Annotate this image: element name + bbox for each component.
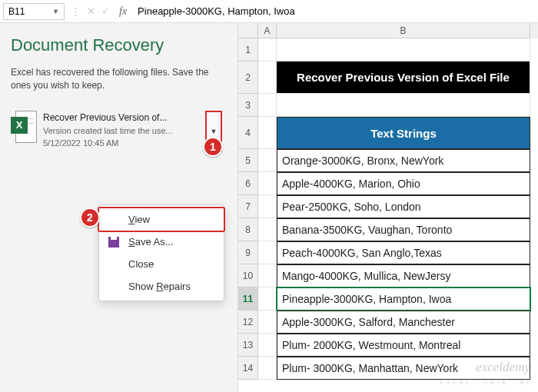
cell[interactable] [258, 311, 277, 334]
spreadsheet: A B 1 2 3 4 5 6 7 8 9 10 11 12 13 14 Rec… [238, 23, 538, 392]
recovery-title: Document Recovery [11, 35, 227, 55]
cell[interactable] [258, 61, 277, 94]
row-header[interactable]: 7 [238, 195, 258, 218]
row-header[interactable]: 13 [238, 334, 258, 357]
menu-item-show-repairs[interactable]: Show Repairs [99, 275, 224, 297]
row-header[interactable]: 6 [238, 172, 258, 195]
data-cell[interactable]: Apple-4000KG, Marion, Ohio [277, 172, 530, 195]
chevron-down-icon: ▼ [52, 8, 59, 15]
cell[interactable] [258, 38, 277, 61]
cell[interactable] [258, 172, 277, 195]
caret-down-icon: ▼ [211, 128, 218, 135]
row-header[interactable]: 1 [238, 38, 258, 61]
row-header[interactable]: 4 [238, 117, 258, 149]
row-header[interactable]: 2 [238, 61, 258, 94]
excel-file-icon: X [11, 111, 37, 143]
formula-bar: B11 ▼ ⋮ ✕ ✓ fx [0, 0, 538, 23]
cell[interactable] [258, 334, 277, 357]
cell[interactable] [258, 287, 277, 311]
file-version: Version created last time the use... [43, 125, 227, 138]
file-name: Recover Previous Version of... [43, 111, 227, 125]
save-icon [108, 237, 119, 247]
row-header[interactable]: 3 [238, 94, 258, 117]
menu-item-view[interactable]: View [98, 207, 225, 232]
formula-input[interactable] [133, 3, 538, 19]
file-context-menu: View Save As... Close Show Repairs [98, 204, 224, 301]
cell[interactable] [258, 357, 277, 380]
menu-item-close[interactable]: Close [99, 253, 224, 275]
row-header[interactable]: 10 [238, 264, 258, 287]
cell[interactable] [277, 94, 530, 117]
name-box-value: B11 [8, 6, 25, 17]
file-date: 5/12/2022 10:45 AM [43, 137, 227, 150]
data-cell[interactable]: Mango-4000KG, Mullica, NewJersy [277, 264, 530, 287]
row-header[interactable]: 8 [238, 218, 258, 241]
confirm-icon[interactable]: ✓ [98, 5, 113, 17]
cell[interactable] [277, 38, 530, 61]
data-cell[interactable]: Pear-2500KG, Soho, London [277, 195, 530, 218]
cell[interactable] [258, 195, 277, 218]
document-recovery-panel: Document Recovery Excel has recovered th… [0, 23, 238, 392]
watermark: exceldemy [476, 360, 530, 375]
data-cell[interactable]: Apple-3000KG, Salford, Manchester [277, 311, 530, 334]
data-cell[interactable]: Peach-4000KG, San Anglo,Texas [277, 241, 530, 264]
cancel-icon[interactable]: ✕ [84, 5, 98, 17]
menu-item-save-as[interactable]: Save As... [99, 231, 224, 253]
row-header[interactable]: 9 [238, 241, 258, 264]
select-all-corner[interactable] [238, 23, 258, 38]
callout-badge-2: 2 [80, 208, 100, 228]
data-cell[interactable]: Banana-3500KG, Vaughan, Toronto [277, 218, 530, 241]
grid: Recover Previous Version of Excel File T… [258, 38, 538, 392]
row-header[interactable]: 5 [238, 149, 258, 172]
divider: ⋮ [68, 5, 84, 17]
col-header-B[interactable]: B [277, 23, 530, 38]
cell[interactable] [258, 149, 277, 172]
cell[interactable] [258, 264, 277, 287]
recovery-description: Excel has recovered the following files.… [11, 66, 227, 92]
col-header-A[interactable]: A [258, 23, 277, 38]
column-headers: A B [258, 23, 538, 38]
file-meta: Recover Previous Version of... Version c… [43, 111, 227, 150]
data-cell[interactable]: Orange-3000KG, Bronx, NewYork [277, 149, 530, 172]
row-headers: 1 2 3 4 5 6 7 8 9 10 11 12 13 14 [238, 38, 258, 380]
cell[interactable] [258, 241, 277, 264]
cell[interactable] [258, 94, 277, 117]
row-header[interactable]: 11 [238, 287, 258, 311]
watermark-sub: EXCEL · DATA · BI [440, 379, 530, 386]
column-title[interactable]: Text Strings [277, 117, 530, 149]
row-header[interactable]: 12 [238, 311, 258, 334]
recovered-file-entry[interactable]: X Recover Previous Version of... Version… [11, 111, 227, 150]
data-cell[interactable]: Plum- 2000KG, Westmount, Montreal [277, 334, 530, 357]
callout-badge-1: 1 [203, 137, 223, 157]
name-box[interactable]: B11 ▼ [3, 3, 65, 20]
fx-icon[interactable]: fx [113, 5, 133, 18]
cell[interactable] [258, 218, 277, 241]
cell[interactable] [258, 117, 277, 149]
sheet-title[interactable]: Recover Previous Version of Excel File [277, 61, 530, 94]
row-header[interactable]: 14 [238, 357, 258, 380]
data-cell-selected[interactable]: Pineapple-3000KG, Hampton, Iwoa [277, 287, 530, 311]
